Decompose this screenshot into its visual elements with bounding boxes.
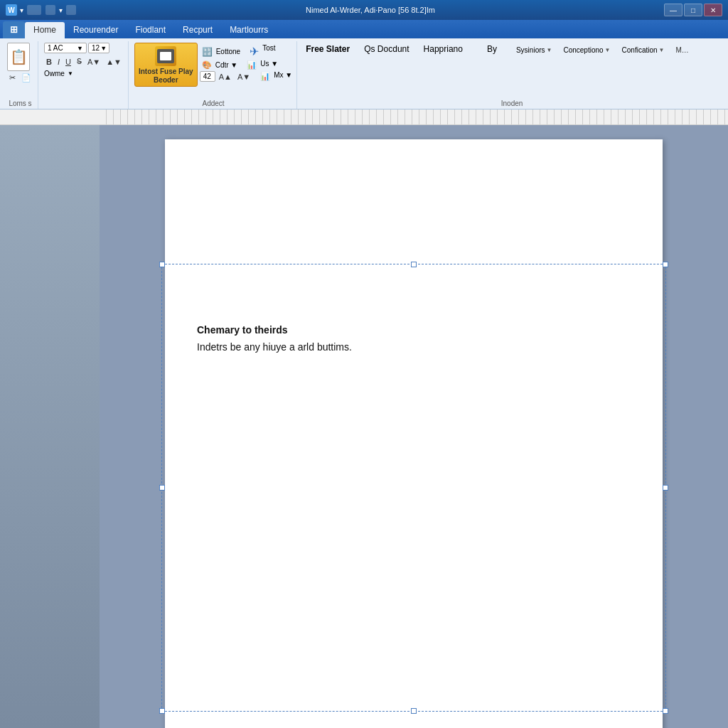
us-label: Us ▼ <box>260 60 278 70</box>
handle-tl[interactable] <box>159 262 165 267</box>
cdtr-icon: 🎨 <box>200 60 214 70</box>
confication-label: Confication <box>622 46 658 54</box>
highlight-button[interactable]: ▲▼ <box>104 57 124 67</box>
inoden-label: Inoden <box>303 100 721 109</box>
tab-office[interactable]: ⊞ <box>3 21 25 38</box>
intost-fuse-play-button[interactable]: Intost Fuse Play Beoder <box>134 43 198 87</box>
addect-label: Addect <box>134 100 292 109</box>
clipboard-group: 📋 ✂ 📄 Loms s <box>3 41 38 109</box>
eottone-label: Eottone <box>216 48 240 55</box>
happriano-label: Happriano <box>424 44 463 54</box>
tab-fiodlant[interactable]: Fiodlant <box>127 22 174 38</box>
font-content: 1 AC ▼ 12 ▼ B I U S̶ A▼ ▲▼ Owme ▼ <box>44 43 124 107</box>
tost-label: Tost <box>262 44 275 59</box>
owme-label: Owme <box>44 70 65 77</box>
happriano-button[interactable]: Happriano <box>421 43 466 55</box>
handle-bm[interactable] <box>411 708 417 714</box>
cut-button[interactable]: ✂ <box>7 73 18 83</box>
styles-top-row: Free Slater Qs Docdunt Happriano By <box>303 43 510 55</box>
window-controls[interactable]: — □ ✕ <box>664 4 722 16</box>
clipboard-tools: ✂ 📄 <box>7 73 33 83</box>
free-slater-button[interactable]: Free Slater <box>303 43 353 55</box>
handle-bl[interactable] <box>159 708 165 714</box>
font-name-row: 1 AC ▼ 12 ▼ <box>44 43 109 53</box>
handle-br[interactable] <box>663 708 668 714</box>
sysiniors-arrow: ▼ <box>547 47 552 53</box>
mx-label: Mx ▼ <box>274 71 292 82</box>
title-bar: W ▾ ▾ Nimed Al-Wrder, Adi·Pano [56 8t.2]… <box>0 0 728 20</box>
title-bar-left: W ▾ ▾ <box>6 4 77 16</box>
handle-tr[interactable] <box>663 262 668 267</box>
font-format-row: B I U S̶ A▼ ▲▼ <box>44 56 124 67</box>
mx-icon: 📊 <box>258 71 272 82</box>
cdtr-label: Cdtr ▼ <box>215 61 238 69</box>
document-line1: Chemary to theirds <box>197 324 352 336</box>
font-group-label <box>44 107 124 109</box>
copy-button[interactable]: 📄 <box>19 73 33 83</box>
ruler-inner <box>100 109 728 124</box>
document-area[interactable]: Chemary to theirds Indetrs be any hiuye … <box>100 125 728 728</box>
font-group: 1 AC ▼ 12 ▼ B I U S̶ A▼ ▲▼ Owme ▼ <box>40 41 129 109</box>
app-icon: W <box>6 4 17 16</box>
paste-icon: 📋 <box>7 43 30 71</box>
sysiniors-dropdown[interactable]: Sysiniors ▼ <box>514 46 555 55</box>
clipboard-content: 📋 ✂ 📄 <box>7 43 33 100</box>
addect-group: Intost Fuse Play Beoder 🔡 Eottone ✈ Tost… <box>130 41 297 109</box>
airplane-icon[interactable]: ✈ <box>247 44 261 59</box>
intost-label: Intost Fuse Play Beoder <box>139 68 193 85</box>
document-text-area[interactable]: Chemary to theirds Indetrs be any hiuye … <box>197 324 352 353</box>
us-icon: 📊 <box>245 60 259 70</box>
conceptiono-arrow: ▼ <box>605 47 611 53</box>
font-color-button[interactable]: A▼ <box>85 57 102 67</box>
underline-button[interactable]: U <box>63 57 73 67</box>
m-button[interactable]: M… <box>673 46 690 55</box>
addect-cols: 🔡 Eottone ✈ Tost 🎨 Cdtr ▼ 📊 Us ▼ <box>200 43 292 82</box>
tab-home[interactable]: Home <box>25 22 65 38</box>
main-area: Chemary to theirds Indetrs be any hiuye … <box>0 125 728 728</box>
owme-row: Owme ▼ <box>44 70 73 77</box>
mx-area: 📊 Mx ▼ <box>258 71 292 82</box>
tab-reourender[interactable]: Reourender <box>65 22 127 38</box>
eottone-icon: 🔡 <box>200 46 215 58</box>
free-slater-label: Free Slater <box>306 44 350 54</box>
inoden-group: Free Slater Qs Docdunt Happriano By Sysi… <box>299 41 725 109</box>
maximize-button[interactable]: □ <box>684 4 702 16</box>
us-area: 📊 Us ▼ <box>245 60 278 70</box>
strikethrough-button[interactable]: S̶ <box>75 56 84 67</box>
confication-dropdown[interactable]: Confication ▼ <box>620 46 667 55</box>
window-title: Nimed Al-Wrder, Adi·Pano [56 8t.2]Im <box>306 6 435 14</box>
ruler <box>0 109 728 125</box>
qs-docdunt-button[interactable]: Qs Docdunt <box>361 43 412 55</box>
size42-box[interactable]: 42 <box>200 71 215 82</box>
italic-button[interactable]: I <box>55 57 62 67</box>
handle-ml[interactable] <box>159 485 165 491</box>
size-row: 42 A▲ A▼ 📊 Mx ▼ <box>200 71 292 82</box>
tab-martlourrs[interactable]: Martlourrs <box>221 22 277 38</box>
m-label: M… <box>675 46 688 54</box>
document-page[interactable]: Chemary to theirds Indetrs be any hiuye … <box>165 139 663 728</box>
eottone-row: 🔡 Eottone ✈ Tost <box>200 44 292 59</box>
clipboard-label: Loms s <box>7 100 33 109</box>
inoden-content: Free Slater Qs Docdunt Happriano By Sysi… <box>303 43 721 100</box>
minimize-button[interactable]: — <box>664 4 682 16</box>
handle-mr[interactable] <box>663 485 668 491</box>
grow-icon[interactable]: A▲ <box>217 72 234 82</box>
font-size-box[interactable]: 12 ▼ <box>88 43 109 53</box>
owme-arrow: ▼ <box>68 70 73 77</box>
font-name-value: 1 AC <box>48 44 63 52</box>
qs-docdunt-label: Qs Docdunt <box>364 44 409 54</box>
sidebar-left <box>0 125 100 728</box>
by-button[interactable]: By <box>474 43 510 55</box>
font-name-box[interactable]: 1 AC ▼ <box>44 43 87 53</box>
cdtr-row: 🎨 Cdtr ▼ 📊 Us ▼ <box>200 60 292 70</box>
handle-tm[interactable] <box>411 262 417 267</box>
close-button[interactable]: ✕ <box>704 4 722 16</box>
shrink-icon[interactable]: A▼ <box>235 72 252 82</box>
conceptiono-dropdown[interactable]: Conceptiono ▼ <box>561 46 612 55</box>
ribbon-tabs: ⊞ Home Reourender Fiodlant Recpurt Martl… <box>0 20 728 38</box>
tab-recpurt[interactable]: Recpurt <box>174 22 221 38</box>
styles-bottom-row: Sysiniors ▼ Conceptiono ▼ Confication ▼ … <box>514 46 691 55</box>
intost-icon <box>154 45 177 68</box>
sysiniors-label: Sysiniors <box>516 46 545 54</box>
bold-button[interactable]: B <box>44 57 54 67</box>
